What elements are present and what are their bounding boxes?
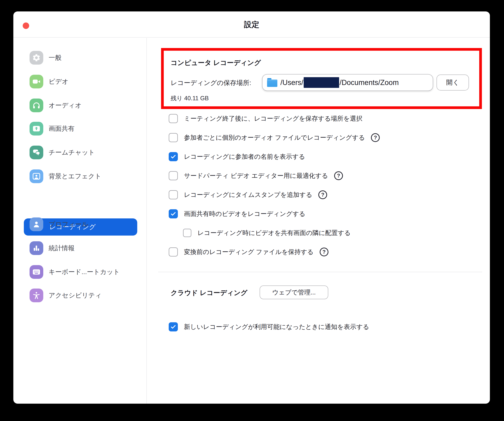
sidebar-item-label: 一般 (49, 53, 62, 62)
checkbox[interactable] (183, 229, 191, 237)
option-record-video-during-share[interactable]: 画面共有時のビデオをレコーディングする (169, 208, 305, 219)
chat-bubbles-icon (30, 146, 43, 159)
checkbox[interactable] (169, 133, 178, 142)
help-icon[interactable]: ? (371, 133, 380, 142)
sidebar-item-team-chat[interactable]: チームチャット (13, 144, 147, 161)
sidebar-item-accessibility[interactable]: アクセシビリティ (13, 287, 147, 304)
option-keep-original-files[interactable]: 変換前のレコーディング ファイルを保持する ? (169, 246, 328, 258)
computer-recording-heading: コンピュータ レコーディング (171, 58, 261, 67)
option-optimize-editor[interactable]: サードパーティ ビデオ エディター用に最適化する ? (169, 170, 343, 181)
recording-location-label: レコーディングの保存場所: (171, 78, 251, 87)
checkbox[interactable] (169, 114, 178, 123)
sidebar-item-label: ビデオ (49, 77, 68, 86)
section-divider (158, 272, 482, 272)
sidebar: 一般 ビデオ オーディオ 画面共有 チームチャット (13, 38, 147, 404)
sidebar-item-label: キーボード...ートカット (49, 267, 120, 276)
help-icon[interactable]: ? (320, 248, 328, 256)
recording-path-field[interactable]: /Users//Documents/Zoom (262, 74, 433, 91)
titlebar: 設定 (13, 12, 490, 38)
open-button[interactable]: 開く (437, 75, 469, 90)
checkbox[interactable] (169, 171, 178, 180)
screen: { "window": { "title": "設定" }, "sidebar"… (0, 0, 504, 421)
option-video-next-to-share[interactable]: レコーディング時にビデオを共有画面の隣に配置する (183, 227, 351, 239)
sidebar-item-label: チームチャット (49, 148, 95, 157)
video-camera-icon (30, 75, 43, 89)
option-timestamp[interactable]: レコーディングにタイムスタンプを追加する ? (169, 189, 327, 201)
checkbox[interactable] (169, 322, 178, 332)
help-icon[interactable]: ? (334, 171, 343, 180)
sidebar-item-label: アクセシビリティ (49, 291, 102, 300)
sidebar-item-label: 背景とエフェクト (49, 172, 102, 181)
sidebar-item-general[interactable]: 一般 (13, 49, 147, 66)
remaining-storage-text: 残り 40.11 GB (171, 94, 209, 102)
bar-chart-icon (30, 241, 43, 255)
checkbox[interactable] (169, 247, 178, 256)
sidebar-item-profile[interactable]: プロフィール (13, 216, 147, 233)
settings-window: 設定 一般 ビデオ オーディオ 画面共有 (13, 12, 490, 404)
sidebar-item-screen-share[interactable]: 画面共有 (13, 120, 147, 137)
sidebar-item-label: オーディオ (49, 101, 82, 110)
sidebar-item-label: プロフィール (49, 220, 88, 229)
accessibility-icon (30, 289, 43, 302)
cloud-recording-heading: クラウド レコーディング (171, 288, 247, 297)
window-title: 設定 (13, 12, 490, 38)
redacted-username (304, 77, 339, 88)
keyboard-icon (30, 265, 43, 279)
sidebar-item-statistics[interactable]: 統計情報 (13, 240, 147, 257)
option-notify-new-recording[interactable]: 新しいレコーディングが利用可能になったときに通知を表示する (169, 321, 369, 332)
gear-icon (30, 51, 43, 65)
checkbox[interactable] (169, 152, 178, 161)
sidebar-item-label: 統計情報 (49, 244, 75, 253)
headphones-icon (30, 99, 43, 112)
background-person-icon (30, 169, 43, 183)
sidebar-item-keyboard-shortcuts[interactable]: キーボード...ートカット (13, 263, 147, 280)
sidebar-item-video[interactable]: ビデオ (13, 73, 147, 90)
sidebar-item-label: 画面共有 (49, 124, 75, 133)
sidebar-item-audio[interactable]: オーディオ (13, 97, 147, 114)
checkbox[interactable] (169, 190, 178, 199)
option-separate-audio[interactable]: 参加者ごとに個別のオーディオ ファイルでレコーディングする ? (169, 132, 380, 143)
person-icon (30, 217, 43, 231)
sidebar-item-background-effects[interactable]: 背景とエフェクト (13, 168, 147, 185)
option-show-names[interactable]: レコーディングに参加者の名前を表示する (169, 151, 305, 162)
recording-path-text: /Users//Documents/Zoom (280, 77, 399, 88)
checkbox[interactable] (169, 209, 178, 218)
option-choose-location[interactable]: ミーティング終了後に、レコーディングを保存する場所を選択 (169, 113, 362, 124)
folder-icon (267, 78, 277, 87)
help-icon[interactable]: ? (318, 190, 327, 199)
screen-share-icon (30, 122, 43, 136)
manage-on-web-button[interactable]: ウェブで管理... (260, 285, 328, 299)
